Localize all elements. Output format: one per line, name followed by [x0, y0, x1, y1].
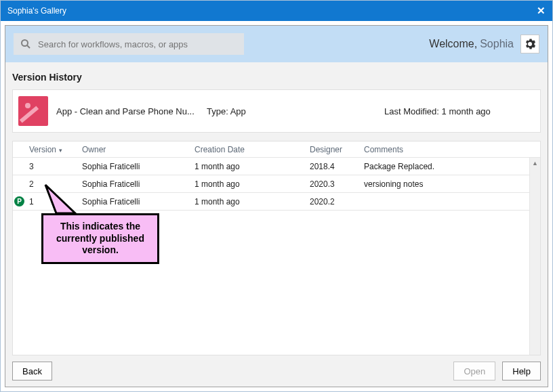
- close-icon[interactable]: ✕: [537, 5, 546, 17]
- asset-modified: Last Modified: 1 month ago: [384, 106, 491, 116]
- cell-version: 3: [28, 162, 82, 171]
- search-box[interactable]: [14, 33, 244, 55]
- callout-text: This indicates the currently published v…: [41, 213, 159, 264]
- scrollbar[interactable]: ▲: [529, 158, 540, 355]
- svg-line-1: [27, 45, 30, 48]
- footer: Back Open Help: [5, 355, 548, 387]
- section-title: Version History: [5, 62, 548, 89]
- back-button[interactable]: Back: [12, 362, 52, 380]
- table-row[interactable]: 2Sophia Fraticelli1 month ago2020.3versi…: [13, 175, 540, 193]
- cell-designer: 2018.4: [310, 162, 364, 171]
- scroll-up-icon[interactable]: ▲: [530, 158, 540, 169]
- column-designer[interactable]: Designer: [310, 145, 364, 154]
- table-header: Version▾ Owner Creation Date Designer Co…: [13, 141, 540, 158]
- cell-designer: 2020.3: [310, 179, 364, 189]
- welcome-name: Sophia: [480, 38, 514, 50]
- cell-comments: Package Replaced.: [364, 162, 540, 171]
- settings-button[interactable]: [520, 35, 539, 53]
- open-button[interactable]: Open: [453, 362, 495, 380]
- cell-creation-date: 1 month ago: [194, 197, 310, 206]
- column-version[interactable]: Version▾: [28, 145, 82, 154]
- annotation-callout: This indicates the currently published v…: [41, 213, 159, 264]
- search-input[interactable]: [37, 39, 237, 50]
- welcome-label: Welcome, Sophia: [429, 35, 539, 53]
- cell-creation-date: 1 month ago: [194, 179, 310, 189]
- asset-card: App - Clean and Parse Phone Nu... Type: …: [12, 89, 541, 133]
- table-row[interactable]: P1Sophia Fraticelli1 month ago2020.2: [13, 193, 540, 211]
- cell-comments: versioning notes: [364, 179, 540, 189]
- column-creation-date[interactable]: Creation Date: [194, 145, 310, 154]
- column-comments[interactable]: Comments: [364, 145, 540, 154]
- published-badge-icon: P: [14, 196, 24, 206]
- svg-marker-2: [45, 185, 75, 213]
- gallery-window: Sophia's Gallery ✕ Welcome, Sophia: [0, 0, 553, 392]
- title-bar: Sophia's Gallery ✕: [1, 1, 552, 21]
- table-row[interactable]: 3Sophia Fraticelli1 month ago2018.4Packa…: [13, 158, 540, 175]
- window-title: Sophia's Gallery: [7, 6, 66, 16]
- welcome-prefix: Welcome,: [429, 38, 477, 50]
- sort-desc-icon: ▾: [59, 147, 62, 154]
- cell-owner: Sophia Fraticelli: [82, 179, 194, 189]
- cell-creation-date: 1 month ago: [194, 162, 310, 171]
- callout-tail-icon: [44, 183, 91, 216]
- search-icon: [20, 39, 31, 49]
- help-button[interactable]: Help: [502, 362, 541, 380]
- gear-icon: [525, 39, 535, 49]
- svg-point-0: [22, 40, 28, 46]
- cell-designer: 2020.2: [310, 197, 364, 206]
- column-owner[interactable]: Owner: [82, 145, 194, 154]
- asset-name: App - Clean and Parse Phone Nu...: [56, 106, 199, 116]
- table-body: 3Sophia Fraticelli1 month ago2018.4Packa…: [13, 158, 540, 211]
- cell-owner: Sophia Fraticelli: [82, 162, 194, 171]
- top-band: Welcome, Sophia: [5, 26, 548, 62]
- asset-icon: [18, 96, 48, 126]
- cell-owner: Sophia Fraticelli: [82, 197, 194, 206]
- asset-type: Type: App: [207, 106, 295, 116]
